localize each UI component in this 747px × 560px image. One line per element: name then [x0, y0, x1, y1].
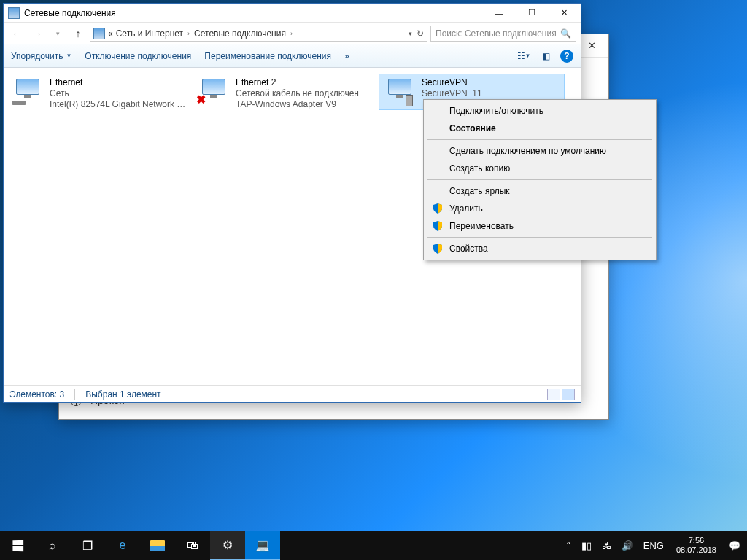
details-view-button[interactable] — [547, 389, 560, 400]
ctx-duplicate[interactable]: Создать копию — [426, 160, 654, 177]
breadcrumb-prefix: « — [108, 28, 113, 39]
refresh-icon[interactable]: ↻ — [417, 28, 424, 39]
search-button[interactable]: ⌕ — [35, 531, 70, 560]
network-adapter-icon: ✖ — [196, 77, 231, 106]
ctx-rename[interactable]: Переименовать — [426, 217, 654, 235]
search-icon[interactable]: 🔍 — [560, 28, 571, 39]
connection-name: Ethernet 2 — [236, 77, 359, 88]
store-button[interactable]: 🛍 — [175, 531, 210, 560]
clock-date: 08.07.2018 — [676, 545, 716, 555]
chevron-icon[interactable]: › — [290, 30, 293, 37]
taskbar: ⌕ ❐ e 🛍 ⚙ 💻 ˄ ▮▯ 🖧 🔊 ENG 7:56 08.07.2018… — [0, 531, 747, 560]
maximize-button[interactable]: ☐ — [515, 4, 548, 23]
ctx-shortcut[interactable]: Создать ярлык — [426, 182, 654, 200]
close-button[interactable]: ✕ — [548, 4, 581, 23]
up-button[interactable]: ↑ — [69, 25, 87, 42]
toolbar: Упорядочить ▼ Отключение подключения Пер… — [4, 44, 581, 68]
view-menu[interactable]: ☷ ▼ — [516, 49, 531, 63]
action-center-icon[interactable]: 💬 — [725, 540, 744, 551]
network-connections-taskbar-button[interactable]: 💻 — [245, 531, 280, 560]
rename-button[interactable]: Переименование подключения — [204, 51, 331, 61]
address-bar[interactable]: « Сеть и Интернет › Сетевые подключения … — [90, 26, 427, 42]
language-indicator[interactable]: ENG — [640, 540, 667, 551]
ctx-delete[interactable]: Удалить — [426, 200, 654, 217]
connection-ethernet2[interactable]: ✖ Ethernet 2 Сетевой кабель не подключен… — [193, 74, 379, 114]
forward-button[interactable]: → — [28, 25, 46, 42]
vpn-adapter-icon — [382, 77, 417, 106]
ctx-set-default[interactable]: Сделать подключением по умолчанию — [426, 142, 654, 160]
tray-overflow-icon[interactable]: ˄ — [562, 540, 575, 551]
ctx-status[interactable]: Состояние — [426, 120, 654, 137]
address-dropdown-icon[interactable]: ▾ — [409, 30, 412, 37]
chevron-icon[interactable]: › — [187, 30, 190, 37]
connection-name: SecureVPN — [422, 77, 482, 88]
connection-device: Intel(R) 82574L Gigabit Network C... — [50, 99, 188, 110]
start-button[interactable] — [0, 531, 35, 560]
connection-status: Сетевой кабель не подключен — [236, 88, 359, 99]
organize-menu[interactable]: Упорядочить ▼ — [11, 51, 71, 61]
network-adapter-icon — [10, 77, 45, 106]
breadcrumb-2[interactable]: Сетевые подключения — [194, 28, 286, 39]
context-menu: Подключить/отключить Состояние Сделать п… — [423, 99, 657, 260]
disconnect-button[interactable]: Отключение подключения — [85, 51, 191, 61]
volume-icon[interactable]: 🔊 — [618, 540, 637, 551]
connection-name: Ethernet — [50, 77, 188, 88]
task-view-button[interactable]: ❐ — [70, 531, 105, 560]
folder-icon — [93, 28, 105, 39]
shield-icon — [432, 243, 444, 254]
ctx-connect[interactable]: Подключить/отключить — [426, 102, 654, 120]
breadcrumb-1[interactable]: Сеть и Интернет — [116, 28, 183, 39]
more-chevron[interactable]: » — [344, 51, 349, 61]
connection-status: Сеть — [50, 88, 188, 99]
search-input[interactable]: Поиск: Сетевые подключения 🔍 — [430, 26, 576, 42]
file-explorer-button[interactable] — [140, 531, 175, 560]
connection-ethernet[interactable]: Ethernet Сеть Intel(R) 82574L Gigabit Ne… — [7, 74, 193, 114]
item-count: Элементов: 3 — [9, 389, 64, 400]
clock[interactable]: 7:56 08.07.2018 — [670, 536, 722, 555]
back-button[interactable]: ← — [8, 25, 26, 42]
navigation-bar: ← → ▾ ↑ « Сеть и Интернет › Сетевые подк… — [4, 23, 581, 44]
status-bar: Элементов: 3 Выбран 1 элемент — [4, 385, 581, 402]
battery-icon[interactable]: ▮▯ — [578, 540, 595, 551]
tiles-view-button[interactable] — [562, 389, 575, 400]
network-tray-icon[interactable]: 🖧 — [598, 540, 615, 551]
shield-icon — [432, 203, 444, 214]
history-dropdown[interactable]: ▾ — [49, 25, 66, 42]
edge-button[interactable]: e — [105, 531, 140, 560]
system-tray: ˄ ▮▯ 🖧 🔊 ENG 7:56 08.07.2018 💬 — [562, 531, 747, 560]
clock-time: 7:56 — [676, 536, 716, 545]
window-icon — [8, 7, 20, 19]
preview-pane-button[interactable]: ◧ — [538, 49, 553, 63]
window-title: Сетевые подключения — [24, 8, 482, 18]
help-icon[interactable]: ? — [560, 50, 573, 63]
search-placeholder: Поиск: Сетевые подключения — [436, 28, 557, 39]
connection-device: TAP-Windows Adapter V9 — [236, 99, 359, 110]
ctx-properties[interactable]: Свойства — [426, 240, 654, 257]
settings-taskbar-button[interactable]: ⚙ — [210, 531, 245, 560]
connection-status: SecureVPN_11 — [422, 88, 482, 99]
minimize-button[interactable]: — — [482, 4, 515, 23]
titlebar[interactable]: Сетевые подключения — ☐ ✕ — [4, 4, 581, 23]
shield-icon — [432, 220, 444, 232]
selected-count: Выбран 1 элемент — [85, 389, 160, 400]
